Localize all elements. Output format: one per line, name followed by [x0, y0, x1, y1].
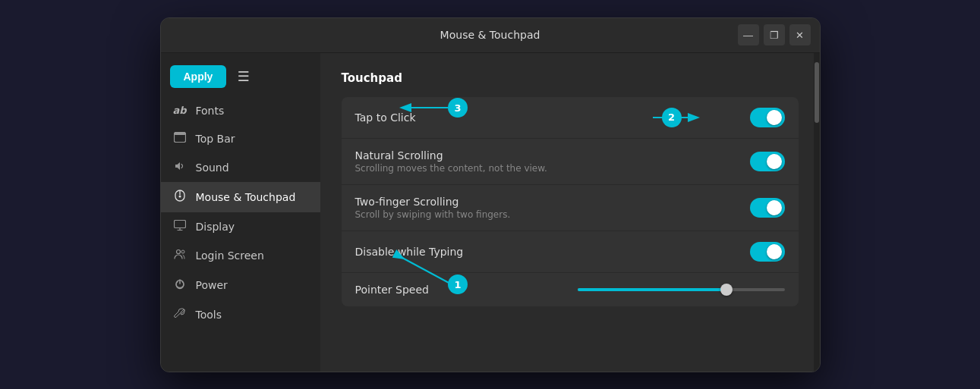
titlebar: Mouse & Touchpad — ❐ ✕ — [161, 18, 820, 53]
sidebar-label-fonts: Fonts — [196, 105, 225, 117]
toggle-thumb — [767, 154, 782, 169]
natural-scrolling-sublabel: Scrolling moves the content, not the vie… — [355, 163, 750, 174]
natural-scrolling-label-group: Natural Scrolling Scrolling moves the co… — [355, 149, 750, 174]
login-icon — [173, 249, 187, 262]
sidebar-item-sound[interactable]: Sound — [161, 153, 320, 182]
app-window: Mouse & Touchpad — ❐ ✕ Apply ☰ ab Fonts — [160, 17, 821, 372]
sidebar-label-mouse: Mouse & Touchpad — [196, 191, 296, 203]
fonts-icon: ab — [173, 105, 187, 116]
content-panel: Touchpad Tap to Click — [320, 53, 820, 372]
toggle-two-finger-scrolling[interactable] — [750, 198, 785, 218]
toggle-track — [750, 198, 785, 218]
topbar-icon — [173, 132, 187, 146]
sidebar-item-login[interactable]: Login Screen — [161, 241, 320, 270]
close-button[interactable]: ✕ — [789, 24, 811, 45]
sidebar-item-mouse[interactable]: Mouse & Touchpad — [161, 182, 320, 212]
sound-icon — [173, 161, 187, 174]
pointer-speed-slider-container — [578, 288, 785, 291]
pointer-speed-label: Pointer Speed — [355, 284, 562, 296]
sidebar-label-sound: Sound — [196, 162, 229, 174]
two-finger-label: Two-finger Scrolling — [355, 196, 750, 208]
window-title: Mouse & Touchpad — [440, 29, 540, 41]
toggle-thumb — [767, 244, 782, 259]
display-icon — [173, 220, 187, 234]
pointer-speed-slider[interactable] — [578, 288, 785, 291]
setting-row-disable-typing: Disable while Typing — [342, 231, 799, 273]
toggle-track — [750, 108, 785, 127]
sidebar-header: Apply ☰ — [161, 59, 320, 97]
slider-thumb[interactable] — [720, 284, 733, 296]
toggle-track — [750, 152, 785, 171]
main-content: Apply ☰ ab Fonts Top Bar — [161, 53, 820, 372]
sidebar-label-power: Power — [196, 279, 228, 291]
maximize-button[interactable]: ❐ — [764, 24, 785, 45]
callout2-wrapper: 2 — [723, 108, 742, 127]
svg-rect-1 — [174, 132, 185, 135]
toggle-tap-to-click[interactable] — [750, 108, 785, 127]
sidebar-label-tools: Tools — [196, 309, 222, 321]
mouse-icon — [173, 190, 187, 205]
scrollbar-thumb[interactable] — [815, 62, 819, 123]
disable-typing-label-group: Disable while Typing — [355, 246, 750, 258]
minimize-button[interactable]: — — [738, 24, 759, 45]
toggle-track — [750, 242, 785, 262]
sidebar-item-topbar[interactable]: Top Bar — [161, 124, 320, 153]
toggle-thumb — [767, 110, 782, 125]
toggle-thumb — [767, 200, 782, 215]
disable-typing-label: Disable while Typing — [355, 246, 750, 258]
svg-point-4 — [178, 195, 181, 197]
svg-rect-5 — [174, 220, 185, 227]
sidebar-item-power[interactable]: Power — [161, 270, 320, 300]
settings-card: Tap to Click — [342, 97, 799, 306]
scrollbar-track — [814, 53, 820, 372]
natural-scrolling-label: Natural Scrolling — [355, 149, 750, 162]
callout2-area: 2 — [723, 108, 785, 127]
setting-row-natural-scrolling: Natural Scrolling Scrolling moves the co… — [342, 139, 799, 185]
power-icon — [173, 278, 187, 293]
window-controls: — ❐ ✕ — [738, 24, 811, 45]
toggle-disable-typing[interactable] — [750, 242, 785, 262]
sidebar-label-display: Display — [196, 221, 235, 233]
two-finger-label-group: Two-finger Scrolling Scroll by swiping w… — [355, 196, 750, 220]
two-finger-sublabel: Scroll by swiping with two fingers. — [355, 209, 750, 220]
svg-point-6 — [176, 249, 180, 253]
sidebar: Apply ☰ ab Fonts Top Bar — [161, 53, 320, 372]
sidebar-item-fonts[interactable]: ab Fonts — [161, 97, 320, 124]
tools-icon — [173, 308, 187, 322]
setting-row-two-finger-scrolling: Two-finger Scrolling Scroll by swiping w… — [342, 185, 799, 231]
svg-point-7 — [181, 250, 184, 253]
sidebar-item-tools[interactable]: Tools — [161, 300, 320, 330]
setting-row-pointer-speed: Pointer Speed — [342, 273, 799, 306]
pointer-speed-label-group: Pointer Speed — [355, 284, 562, 296]
sidebar-item-display[interactable]: Display — [161, 212, 320, 241]
section-title: Touchpad — [342, 71, 799, 85]
sidebar-label-topbar: Top Bar — [196, 133, 235, 145]
callout-2: 2 — [662, 108, 682, 127]
apply-button[interactable]: Apply — [170, 65, 227, 88]
sidebar-label-login: Login Screen — [196, 249, 264, 262]
hamburger-icon[interactable]: ☰ — [237, 68, 249, 84]
toggle-natural-scrolling[interactable] — [750, 152, 785, 171]
setting-row-tap-to-click: Tap to Click — [342, 97, 799, 139]
slider-fill — [578, 288, 727, 291]
